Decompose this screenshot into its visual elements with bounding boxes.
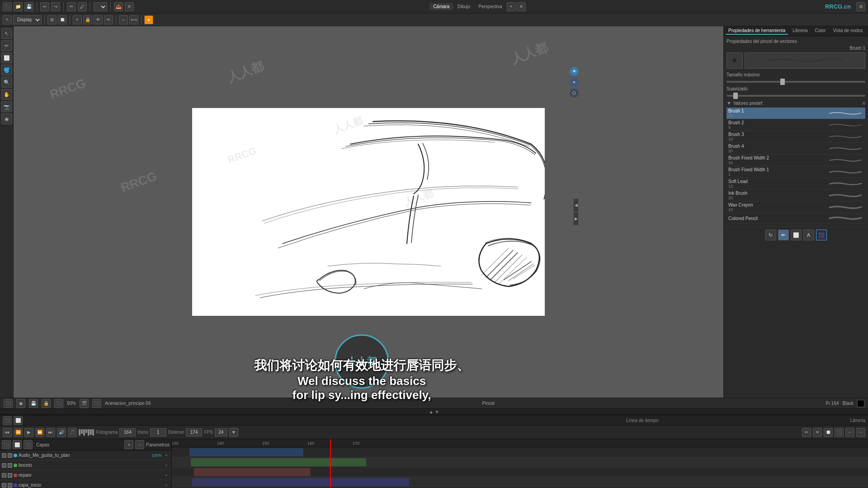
track-block[interactable]: [194, 468, 311, 476]
eraser-tool[interactable]: ⬜: [1, 52, 12, 63]
eraser2-icon[interactable]: ⬜: [791, 230, 802, 240]
lh-minus[interactable]: −: [135, 440, 144, 449]
settings-icon[interactable]: ⚙: [856, 2, 865, 11]
layer-add-icon[interactable]: +: [163, 482, 170, 488]
tl-icon2[interactable]: ⬜: [14, 416, 23, 425]
brush-item[interactable]: Wax Crayon 10: [726, 202, 865, 213]
track-block[interactable]: [191, 458, 366, 466]
snap-icon[interactable]: 🔲: [58, 15, 67, 24]
view-toggle-2[interactable]: ≡: [570, 78, 579, 87]
brush-item[interactable]: Colored Pencil: [726, 213, 865, 224]
pencil-icon[interactable]: ✏: [104, 15, 113, 24]
brush-item[interactable]: Brush 4 20: [726, 143, 865, 155]
tab-camera[interactable]: Cámara: [429, 3, 453, 10]
brush-item[interactable]: Soft Lead 12: [726, 178, 865, 190]
next-frame-icon[interactable]: ⏩: [35, 428, 44, 437]
active-icon[interactable]: ⬛: [816, 230, 827, 240]
sb-icon5[interactable]: ⬛: [54, 399, 63, 408]
add-view-icon[interactable]: +: [507, 2, 516, 11]
tab-node-view[interactable]: Vista de nodos: [830, 27, 865, 35]
brush-item[interactable]: Brush 3 10: [726, 131, 865, 143]
layer-row[interactable]: repare +: [0, 470, 171, 480]
layer-row[interactable]: Audio_Me_gusta_tu_plan 100% +: [0, 450, 171, 460]
redo-icon[interactable]: ↪: [51, 2, 60, 11]
brush-item[interactable]: Brush Fixed Width 1 1: [726, 166, 865, 178]
collapse-bar[interactable]: ▲ ▼: [0, 408, 868, 415]
undo-icon[interactable]: ↩: [40, 2, 49, 11]
flip-icon[interactable]: ⟺: [129, 15, 138, 24]
scene-icon[interactable]: 🎬: [80, 399, 89, 408]
drawing-canvas[interactable]: RRCG 人人都 人人都: [192, 108, 545, 316]
brush-item[interactable]: Brush Fixed Width 2 10: [726, 155, 865, 166]
layout-dropdown[interactable]: Default: [94, 2, 107, 11]
tl-tool5[interactable]: ···: [845, 428, 854, 437]
tab-draw[interactable]: Dibujo: [454, 3, 474, 10]
tl-icon1[interactable]: ⬛: [3, 416, 12, 425]
prev-frame-icon[interactable]: ⏪: [14, 428, 23, 437]
arrow-down[interactable]: ▶: [573, 212, 579, 225]
tl-tool4[interactable]: ⬛: [835, 428, 844, 437]
grid-icon[interactable]: ⊞: [47, 15, 57, 24]
audio2-icon[interactable]: 🎵: [68, 428, 77, 437]
rotate-icon[interactable]: ↻: [765, 230, 776, 240]
play-fwd-icon[interactable]: ⏭: [46, 428, 55, 437]
view-toggle-1[interactable]: 👁: [570, 67, 579, 76]
tl-tool6[interactable]: ···: [856, 428, 865, 437]
layer-add-icon[interactable]: +: [163, 452, 170, 459]
tl-tool2[interactable]: ✕: [813, 428, 822, 437]
file-icon[interactable]: 📁: [14, 2, 23, 11]
lh-icon3[interactable]: ⬛: [24, 440, 33, 449]
select-tool[interactable]: ↖: [1, 28, 12, 39]
display-dropdown[interactable]: Display: [13, 15, 42, 24]
export-icon[interactable]: 📤: [114, 2, 123, 11]
node-tool[interactable]: ◉: [1, 113, 12, 124]
save-icon[interactable]: 💾: [24, 2, 33, 11]
layer-row[interactable]: capa_inicio +: [0, 480, 171, 488]
presets-menu-icon[interactable]: ≡: [863, 100, 865, 106]
view-toggle-3[interactable]: ⬡: [570, 89, 579, 98]
cursor-tool[interactable]: ↖: [3, 15, 12, 24]
brush-stroke-preview[interactable]: [745, 52, 865, 69]
fps-input[interactable]: [215, 428, 227, 436]
layer-add-icon[interactable]: +: [163, 472, 170, 479]
lock-icon[interactable]: 🔒: [83, 15, 92, 24]
transform-icon[interactable]: ↔: [119, 15, 128, 24]
fps-dropdown-icon[interactable]: ▼: [229, 428, 238, 437]
track-block[interactable]: [192, 478, 409, 486]
tab-library[interactable]: Libreria: [790, 27, 810, 35]
tl-tool1[interactable]: ✏: [802, 428, 811, 437]
draw-tool[interactable]: ✏: [1, 40, 12, 51]
hand-tool[interactable]: ✋: [1, 89, 12, 100]
stop-input[interactable]: [186, 428, 202, 436]
zoom-tool[interactable]: 🔍: [1, 77, 12, 88]
tool1-icon[interactable]: ✏: [67, 2, 76, 11]
lh-add[interactable]: +: [124, 440, 133, 449]
sb-icon3[interactable]: 💾: [29, 399, 38, 408]
play-icon[interactable]: ▶: [24, 428, 33, 437]
layer-add-icon[interactable]: +: [163, 462, 170, 469]
add-icon[interactable]: +: [73, 15, 82, 24]
frame-input[interactable]: [119, 428, 136, 436]
vis-icon[interactable]: 👁: [94, 15, 103, 24]
close-view-icon[interactable]: ✕: [517, 2, 526, 11]
brush-dot-preview[interactable]: [726, 52, 743, 69]
tab-color[interactable]: Color: [812, 27, 829, 35]
sb-icon2[interactable]: ◉: [16, 399, 25, 408]
close-icon[interactable]: ✕: [125, 2, 134, 11]
brush-item[interactable]: Brush 1 25: [726, 108, 865, 119]
tab-tool-properties[interactable]: Propiedades de herramienta: [726, 27, 788, 35]
text-icon[interactable]: A: [803, 230, 814, 240]
arrow-up[interactable]: ◀: [573, 198, 579, 212]
lh-icon2[interactable]: ⬜: [13, 440, 22, 449]
audio-icon[interactable]: 🔊: [57, 428, 66, 437]
bg-color-swatch[interactable]: [857, 400, 864, 407]
start-input[interactable]: [150, 428, 166, 436]
size-slider[interactable]: [726, 81, 865, 83]
playhead[interactable]: [330, 439, 331, 488]
play-back-icon[interactable]: ⏮: [3, 428, 12, 437]
app-icon[interactable]: ⬛: [3, 2, 12, 11]
pen-icon[interactable]: ✏: [778, 230, 789, 240]
track-block[interactable]: [189, 448, 303, 456]
brush-item[interactable]: Ink Brush 20: [726, 190, 865, 202]
color-icon[interactable]: ●: [144, 15, 153, 24]
